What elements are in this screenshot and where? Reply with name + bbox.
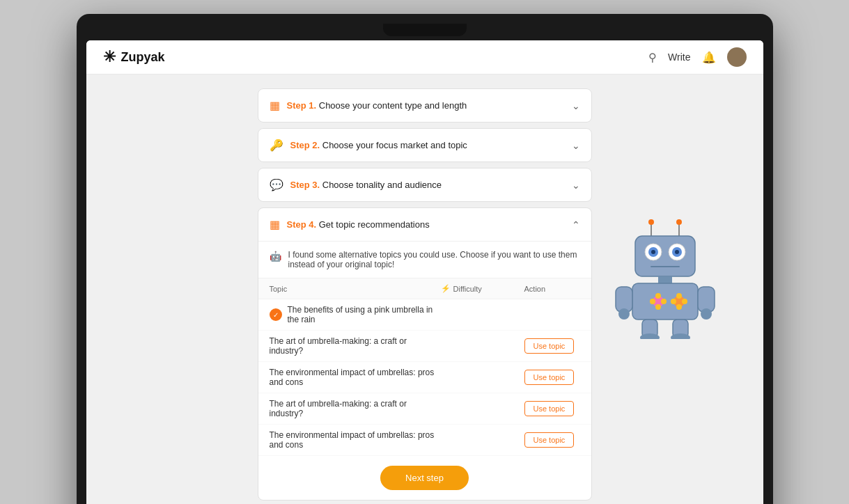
use-topic-button[interactable]: Use topic [524, 370, 575, 385]
main-content: ▦ Step 1. Choose your content type and l… [86, 74, 763, 504]
topic-name: The art of umbrella-making: a craft or i… [270, 399, 441, 418]
robot-illustration [613, 214, 717, 342]
topic-action: Use topic [524, 338, 580, 354]
avatar[interactable] [727, 47, 747, 67]
header-right: ⚲ Write 🔔 [648, 47, 746, 67]
topic-text: The art of umbrella-making: a craft or i… [270, 399, 441, 418]
step-1-number: Step 1. [287, 100, 317, 111]
step-3-chevron: ⌄ [572, 180, 580, 191]
step-4-info-text: I found some alternative topics you coul… [288, 250, 580, 269]
table-row: The art of umbrella-making: a craft or i… [258, 331, 591, 362]
step-2-title: Step 2. Choose your focus market and top… [290, 140, 467, 150]
step-1-icon: ▦ [270, 99, 280, 112]
step-3-number: Step 3. [290, 180, 320, 190]
step-2-item: 🔑 Step 2. Choose your focus market and t… [258, 128, 592, 162]
topic-column-header: Topic [270, 285, 441, 293]
topic-name: The environmental impact of umbrellas: p… [270, 368, 441, 387]
table-row: The environmental impact of umbrellas: p… [258, 425, 591, 456]
robot-svg [613, 214, 717, 339]
difficulty-column-header: ⚡ Difficulty [441, 284, 524, 293]
difficulty-icon: ⚡ [441, 284, 451, 293]
step-2-text: Choose your focus market and topic [322, 140, 467, 150]
robot-info-icon: 🤖 [270, 251, 281, 262]
svg-point-18 [661, 299, 667, 304]
step-3-title: Step 3. Choose tonality and audience [290, 180, 442, 190]
step-4-item: ▦ Step 4. Get topic recommendations ⌃ 🤖 … [258, 207, 592, 501]
svg-point-21 [676, 304, 682, 310]
use-topic-button[interactable]: Use topic [524, 432, 575, 448]
step-3-icon: 💬 [270, 178, 283, 191]
svg-rect-4 [635, 236, 695, 276]
action-column-header: Action [524, 285, 580, 293]
svg-rect-24 [616, 287, 632, 312]
step-4-chevron: ⌃ [572, 219, 580, 230]
svg-point-16 [655, 304, 661, 310]
step-3-left: 💬 Step 3. Choose tonality and audience [270, 178, 442, 191]
topic-text: The benefits of using a pink umbrella in… [288, 305, 441, 324]
step-4-title: Step 4. Get topic recommendations [287, 219, 430, 230]
step-4-info: 🤖 I found some alternative topics you co… [258, 242, 591, 278]
topic-text: The environmental impact of umbrellas: p… [270, 368, 441, 387]
svg-point-17 [650, 299, 655, 304]
step-1-item: ▦ Step 1. Choose your content type and l… [258, 88, 592, 123]
selected-check-icon: ✓ [270, 308, 282, 321]
topic-action: Use topic [524, 370, 580, 385]
use-topic-button[interactable]: Use topic [524, 401, 575, 416]
svg-point-26 [618, 308, 630, 320]
step-1-left: ▦ Step 1. Choose your content type and l… [270, 99, 467, 112]
svg-point-10 [675, 250, 679, 254]
table-row: ✓ The benefits of using a pink umbrella … [258, 299, 591, 331]
step-3-item: 💬 Step 3. Choose tonality and audience ⌄ [258, 168, 592, 202]
write-button[interactable]: Write [668, 52, 690, 63]
next-step-button[interactable]: Next step [380, 466, 469, 490]
step-2-icon: 🔑 [270, 139, 283, 152]
table-row: The environmental impact of umbrellas: p… [258, 362, 591, 393]
step-1-header[interactable]: ▦ Step 1. Choose your content type and l… [258, 89, 591, 122]
step-3-header[interactable]: 💬 Step 3. Choose tonality and audience ⌄ [258, 168, 591, 201]
step-1-chevron: ⌄ [572, 100, 580, 111]
logo: ✳ Zupyak [103, 48, 165, 66]
search-icon[interactable]: ⚲ [648, 51, 657, 64]
svg-rect-25 [698, 287, 715, 312]
svg-point-7 [651, 250, 655, 254]
laptop-frame: ✳ Zupyak ⚲ Write 🔔 ▦ Step [77, 14, 773, 504]
step-1-title: Step 1. Choose your content type and len… [287, 100, 467, 111]
topic-name: The art of umbrella-making: a craft or i… [270, 336, 441, 356]
svg-point-20 [676, 293, 682, 299]
step-4-left: ▦ Step 4. Get topic recommendations [270, 218, 430, 231]
svg-point-27 [701, 308, 712, 320]
notch-bar [86, 24, 763, 36]
svg-point-23 [682, 299, 687, 304]
step-2-chevron: ⌄ [572, 140, 580, 151]
step-4-header[interactable]: ▦ Step 4. Get topic recommendations ⌃ [258, 208, 591, 241]
step-2-header[interactable]: 🔑 Step 2. Choose your focus market and t… [258, 129, 591, 162]
topic-name: The environmental impact of umbrellas: p… [270, 430, 441, 450]
laptop-screen: ✳ Zupyak ⚲ Write 🔔 ▦ Step [86, 40, 763, 504]
app-header: ✳ Zupyak ⚲ Write 🔔 [86, 40, 763, 74]
topic-action: Use topic [524, 401, 580, 416]
svg-rect-12 [658, 276, 672, 283]
svg-point-3 [676, 219, 682, 225]
topic-action: Use topic [524, 432, 580, 448]
step-1-text: Choose your content type and length [319, 100, 467, 111]
step-4-text: Get topic recommendations [319, 219, 430, 230]
topic-text: The environmental impact of umbrellas: p… [270, 430, 441, 450]
use-topic-button[interactable]: Use topic [524, 338, 575, 354]
topics-table: Topic ⚡ Difficulty Action ✓ [258, 278, 591, 456]
step-4-content: 🤖 I found some alternative topics you co… [258, 241, 591, 500]
camera-notch [383, 24, 467, 36]
svg-point-1 [648, 219, 654, 225]
topic-text: The art of umbrella-making: a craft or i… [270, 336, 441, 356]
app-name: Zupyak [121, 50, 165, 65]
step-4-icon: ▦ [270, 218, 280, 231]
step-2-number: Step 2. [290, 140, 320, 150]
table-header: Topic ⚡ Difficulty Action [258, 278, 591, 299]
next-step-section: Next step [258, 456, 591, 500]
step-4-number: Step 4. [287, 219, 317, 230]
steps-container: ▦ Step 1. Choose your content type and l… [258, 88, 592, 504]
logo-icon: ✳ [103, 48, 116, 66]
step-3-text: Choose tonality and audience [322, 180, 442, 190]
bell-icon[interactable]: 🔔 [702, 51, 716, 64]
topic-name: ✓ The benefits of using a pink umbrella … [270, 305, 441, 324]
svg-point-22 [671, 299, 676, 304]
